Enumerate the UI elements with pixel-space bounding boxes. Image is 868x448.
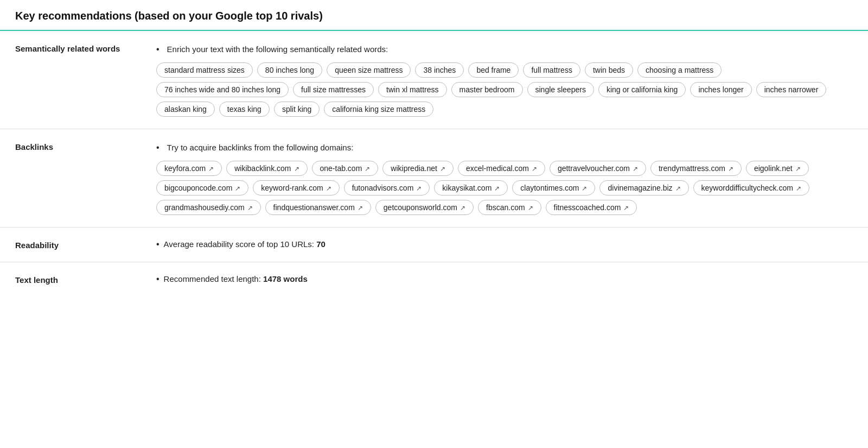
section-label-semantically-related: Semantically related words [15,43,156,117]
backlink-tag[interactable]: keyfora.com↗ [156,161,222,176]
section-content-backlinks: Try to acquire backlinks from the follow… [156,141,853,215]
semantic-tag: twin xl mattress [378,82,446,97]
external-link-icon: ↗ [440,165,445,173]
backlinks-tags: keyfora.com↗wikibacklink.com↗one-tab.com… [156,161,853,215]
backlink-tag[interactable]: gettravelvoucher.com↗ [550,161,646,176]
backlink-tag[interactable]: findquestionanswer.com↗ [265,200,371,215]
readability-row: • Average readability score of top 10 UR… [156,239,853,249]
semantic-tag: split king [274,102,320,117]
text-length-value: 1478 words [263,274,308,283]
semantic-tag: 80 inches long [257,62,322,78]
backlink-tag[interactable]: fbscan.com↗ [478,200,541,215]
external-link-icon: ↗ [208,165,214,173]
page-container: Key recommendations (based on your Googl… [0,0,868,448]
backlink-tag[interactable]: wikibacklink.com↗ [226,161,307,176]
external-link-icon: ↗ [796,185,801,192]
backlink-tag[interactable]: wikipredia.net↗ [382,161,454,176]
semantically-related-intro: Enrich your text with the following sema… [156,43,853,56]
backlink-tag[interactable]: excel-medical.com↗ [458,161,545,176]
section-content-semantically-related: Enrich your text with the following sema… [156,43,853,117]
semantic-tag: standard mattress sizes [156,62,253,78]
text-length-row: • Recommended text length: 1478 words [156,274,853,284]
external-link-icon: ↗ [582,185,587,192]
semantic-tag: full mattress [523,62,580,78]
external-link-icon: ↗ [623,204,629,212]
external-link-icon: ↗ [358,204,363,212]
backlink-tag[interactable]: getcouponsworld.com↗ [375,200,474,215]
semantic-tag: bed frame [468,62,519,78]
semantically-related-tags: standard mattress sizes80 inches longque… [156,62,853,117]
backlink-tag[interactable]: futonadvisors.com↗ [344,180,430,195]
external-link-icon: ↗ [326,185,331,192]
backlink-tag[interactable]: trendymattress.com↗ [650,161,742,176]
section-readability: Readability • Average readability score … [0,228,868,262]
section-label-readability: Readability [15,239,156,250]
semantic-tag: king or california king [598,82,686,97]
external-link-icon: ↗ [675,185,681,192]
external-link-icon: ↗ [795,165,801,173]
external-link-icon: ↗ [528,204,533,212]
semantic-tag: alaskan king [156,102,215,117]
readability-score: 70 [316,239,326,249]
external-link-icon: ↗ [235,185,240,192]
backlink-tag[interactable]: bigcouponcode.com↗ [156,180,248,195]
backlink-tag[interactable]: one-tab.com↗ [312,161,379,176]
page-title: Key recommendations (based on your Googl… [15,10,853,22]
section-content-text-length: • Recommended text length: 1478 words [156,274,853,285]
external-link-icon: ↗ [460,204,465,212]
backlink-tag[interactable]: claytontimes.com↗ [512,180,595,195]
backlink-tag[interactable]: keyword-rank.com↗ [253,180,339,195]
external-link-icon: ↗ [247,204,253,212]
semantic-tag: 38 inches [415,62,464,78]
semantic-tag: inches longer [690,82,751,97]
external-link-icon: ↗ [532,165,537,173]
section-text-length: Text length • Recommended text length: 1… [0,262,868,296]
section-semantically-related: Semantically related words Enrich your t… [0,31,868,129]
section-label-backlinks: Backlinks [15,141,156,215]
external-link-icon: ↗ [494,185,500,192]
semantic-tag: inches narrower [756,82,827,97]
semantic-tag: 76 inches wide and 80 inches long [156,82,289,97]
semantic-tag: california king size mattress [324,102,433,117]
external-link-icon: ↗ [728,165,733,173]
external-link-icon: ↗ [416,185,422,192]
backlink-tag[interactable]: grandmashousediy.com↗ [156,200,261,215]
backlink-tag[interactable]: divinemagazine.biz↗ [599,180,688,195]
backlinks-intro: Try to acquire backlinks from the follow… [156,141,853,154]
backlink-tag[interactable]: fitnesscoached.com↗ [546,200,637,215]
section-label-text-length: Text length [15,274,156,285]
semantic-tag: full size mattresses [293,82,374,97]
semantic-tag: texas king [219,102,270,117]
semantic-tag: master bedroom [451,82,523,97]
semantic-tag: twin beds [585,62,633,78]
section-backlinks: Backlinks Try to acquire backlinks from … [0,129,868,228]
backlink-tag[interactable]: eigolink.net↗ [746,161,809,176]
page-header: Key recommendations (based on your Googl… [0,0,868,31]
section-content-readability: • Average readability score of top 10 UR… [156,239,853,250]
external-link-icon: ↗ [294,165,299,173]
external-link-icon: ↗ [365,165,370,173]
backlink-tag[interactable]: keyworddifficultycheck.com↗ [693,180,809,195]
semantic-tag: choosing a mattress [637,62,722,78]
semantic-tag: queen size mattress [327,62,411,78]
backlink-tag[interactable]: kikaysikat.com↗ [434,180,508,195]
semantic-tag: single sleepers [527,82,594,97]
external-link-icon: ↗ [633,165,638,173]
